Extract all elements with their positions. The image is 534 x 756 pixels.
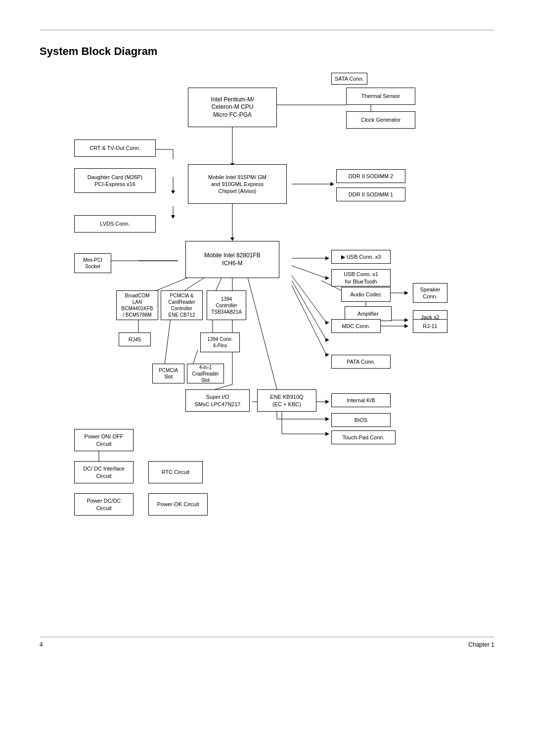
lvds-conn-box: LVDS Conn. — [74, 215, 156, 233]
thermal-sensor-label: Thermal Sensor — [361, 93, 400, 99]
svg-marker-60 — [325, 417, 329, 421]
ene-kb910q-label: ENE KB910Q (EC + KBC) — [270, 393, 303, 408]
page: System Block Diagram — [0, 0, 534, 678]
svg-marker-35 — [325, 353, 329, 357]
ich6m-box: Mobile Intel 82801FB ICH6-M — [185, 241, 279, 278]
audio-codec-box: Audio Codec — [341, 287, 391, 302]
cardreader-slot-label: 4-in-1 CradReader Slot — [192, 364, 219, 383]
pcmcia-cardreader-box: PCMCIA & CardReader Controller ENE CB712 — [161, 290, 203, 320]
lvds-conn-label: LVDS Conn. — [100, 220, 130, 227]
speaker-conn-label: Speaker Conn. — [420, 286, 441, 300]
super-io-box: Super I/O SMsC LPC47N217 — [185, 389, 250, 412]
mini-pci-label: Mini-PCI Socket — [83, 257, 102, 270]
svg-line-18 — [292, 266, 326, 278]
svg-marker-19 — [325, 276, 329, 280]
bottom-rule — [40, 637, 494, 637]
page-title: System Block Diagram — [40, 45, 494, 58]
diagram-container: Intel Pentium-M/ Celeron-M CPU Micro FC-… — [40, 73, 494, 617]
mdc-conn-label: MDC Conn. — [342, 323, 370, 330]
chapter-label: Chapter 1 — [468, 641, 494, 648]
svg-marker-31 — [404, 324, 408, 328]
svg-line-34 — [292, 285, 326, 355]
cpu-box: Intel Pentium-M/ Celeron-M CPU Micro FC-… — [188, 88, 277, 127]
rj11-label: RJ-11 — [423, 323, 437, 330]
power-ok-label: Power-OK Circuit — [157, 501, 199, 508]
svg-marker-13 — [171, 215, 175, 219]
page-number: 4 — [40, 641, 43, 648]
svg-marker-11 — [171, 190, 175, 194]
power-ok-box: Power-OK Circuit — [148, 493, 208, 516]
svg-marker-63 — [325, 432, 329, 436]
svg-marker-29 — [325, 321, 329, 325]
bios-label: BIOS — [355, 417, 367, 424]
chipset-box: Mobile Intel 915PM/ GM and 910GML Expres… — [188, 164, 287, 204]
thermal-sensor-box: Thermal Sensor — [346, 88, 415, 105]
svg-line-55 — [247, 276, 277, 389]
rtc-circuit-label: RTC Circuit — [162, 469, 190, 475]
ddr2-sodimm1-label: DDR II SODIMM 1 — [349, 191, 393, 198]
ene-kb910q-box: ENE KB910Q (EC + KBC) — [257, 389, 316, 412]
pata-conn-label: PATA Conn. — [347, 358, 375, 365]
svg-marker-17 — [325, 256, 329, 260]
ddr2-sodimm2-label: DDR II SODIMM 2 — [349, 173, 393, 180]
rtc-circuit-box: RTC Circuit — [148, 461, 203, 483]
dcdc-interface-label: DC/ DC Interface Circuit — [83, 465, 125, 479]
crt-tv-box: CRT & TV-Out Conn. — [74, 140, 156, 157]
daughter-card-box: Daughter Card (M26P) PCI-Express x16 — [74, 168, 156, 193]
amplifier-label: Amplifier — [357, 310, 379, 317]
cpu-label: Intel Pentium-M/ Celeron-M CPU Micro FC-… — [211, 96, 254, 119]
touchpad-box: Touch-Pad Conn. — [331, 430, 396, 444]
svg-line-54 — [215, 384, 232, 389]
usb-x3-label: ▶ USB Conn. x3 — [341, 253, 381, 260]
usb-x3-box: ▶ USB Conn. x3 — [331, 250, 391, 264]
internal-kb-label: Internal K/B — [347, 397, 375, 404]
svg-marker-15 — [230, 237, 234, 241]
svg-line-51 — [193, 350, 198, 365]
ieee1394-conn-label: 1394 Conn. 4-Pins — [207, 336, 233, 349]
ddr2-sodimm1-box: DDR II SODIMM 1 — [336, 188, 405, 201]
clock-gen-label: Clock Generator — [361, 116, 400, 123]
sata-conn-label: SATA Conn. — [335, 75, 364, 82]
power-onoff-box: Power ON/ OFF Circuit — [74, 429, 134, 451]
power-onoff-label: Power ON/ OFF Circuit — [85, 433, 124, 447]
pata-conn-box: PATA Conn. — [331, 355, 391, 369]
svg-marker-6 — [330, 182, 334, 186]
clock-gen-box: Clock Generator — [346, 111, 415, 129]
internal-kb-box: Internal K/B — [331, 393, 391, 407]
pcmcia-cardreader-label: PCMCIA & CardReader Controller ENE CB712 — [168, 292, 195, 318]
rj45-box: RJ45 — [119, 332, 151, 346]
audio-codec-label: Audio Codec — [351, 291, 382, 298]
pcmcia-slot-box: PCMCIA Slot — [152, 364, 184, 383]
svg-line-32 — [292, 281, 326, 340]
ddr2-sodimm2-box: DDR II SODIMM 2 — [336, 169, 405, 183]
daughter-card-label: Daughter Card (M26P) PCI-Express x16 — [88, 174, 142, 188]
ieee1394-ctrl-label: 1394 Controller TSB34AB21A — [211, 296, 242, 315]
chipset-label: Mobile Intel 915PM/ GM and 910GML Expres… — [208, 174, 267, 195]
svg-line-47 — [165, 318, 171, 365]
usb-bluetooth-box: USB Conn. x1 for BlueTooth — [331, 269, 391, 286]
mdc-conn-box: MDC Conn. — [331, 319, 381, 333]
power-dcdc-box: Power DC/DC Circuit — [74, 493, 134, 516]
ich6m-label: Mobile Intel 82801FB ICH6-M — [204, 252, 260, 267]
svg-marker-27 — [404, 318, 408, 322]
rj11-box: RJ-11 — [413, 319, 447, 333]
mini-pci-box: Mini-PCI Socket — [74, 253, 111, 273]
usb-bluetooth-label: USB Conn. x1 for BlueTooth — [344, 271, 378, 285]
svg-marker-57 — [325, 400, 329, 404]
broadcom-lan-box: BroadCOM LAN BCM4401KFB / BCM5788M — [116, 290, 158, 320]
touchpad-label: Touch-Pad Conn. — [343, 434, 385, 441]
footer: 4 Chapter 1 — [40, 641, 494, 648]
super-io-label: Super I/O SMsC LPC47N217 — [195, 393, 241, 408]
pcmcia-slot-label: PCMCIA Slot — [159, 367, 178, 380]
dcdc-interface-box: DC/ DC Interface Circuit — [74, 461, 134, 483]
rj45-label: RJ45 — [129, 336, 141, 343]
crt-tv-label: CRT & TV-Out Conn. — [89, 144, 140, 151]
sata-conn-box: SATA Conn. — [331, 73, 367, 85]
ieee1394-conn-box: 1394 Conn. 4-Pins — [200, 332, 240, 352]
svg-marker-21 — [404, 291, 408, 295]
ieee1394-ctrl-box: 1394 Controller TSB34AB21A — [207, 290, 246, 320]
bios-box: BIOS — [331, 413, 391, 427]
top-rule — [40, 30, 494, 30]
broadcom-lan-label: BroadCOM LAN BCM4401KFB / BCM5788M — [122, 292, 153, 318]
cardreader-slot-box: 4-in-1 CradReader Slot — [187, 364, 224, 383]
